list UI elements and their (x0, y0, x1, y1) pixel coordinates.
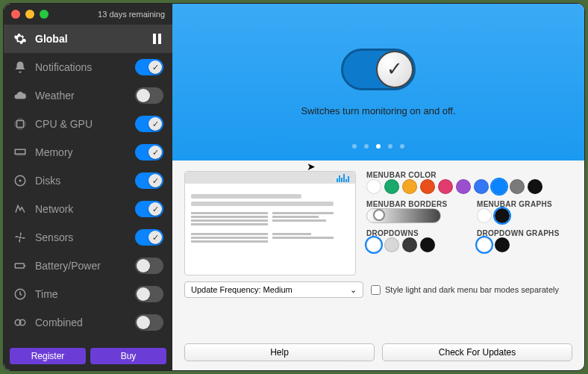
color-swatch[interactable] (477, 237, 492, 252)
svg-point-3 (19, 180, 22, 182)
cloud-icon (13, 88, 28, 103)
sidebar-item-label: Time (35, 288, 128, 300)
dropdowns-label: DROPDOWNS (366, 229, 462, 237)
sidebar-item-disks[interactable]: Disks ✓ (4, 166, 172, 195)
style-separately-checkbox[interactable]: Style light and dark menu bar modes sepa… (371, 285, 559, 295)
bell-icon (13, 60, 28, 75)
color-swatch[interactable] (402, 237, 417, 252)
menubar-preview (184, 171, 356, 275)
menubar-color-label: MENUBAR COLOR (366, 171, 572, 179)
clock-icon (13, 287, 28, 302)
hero-toggle-illustration: ✓ (341, 49, 416, 90)
color-swatch[interactable] (384, 179, 399, 194)
sidebar-item-combined[interactable]: Combined (4, 308, 172, 337)
network-icon (13, 202, 28, 216)
dropdown-graphs-label: DROPDOWN GRAPHS (477, 229, 572, 237)
toggle-sensors[interactable]: ✓ (135, 229, 163, 246)
color-swatch[interactable] (420, 237, 435, 252)
help-button[interactable]: Help (184, 343, 375, 361)
sidebar-item-memory[interactable]: Memory ✓ (4, 138, 172, 166)
menubar-borders-label: MENUBAR BORDERS (366, 200, 462, 208)
buy-button[interactable]: Buy (90, 348, 166, 364)
sidebar-item-label: Weather (35, 90, 128, 102)
toggle-disks[interactable]: ✓ (135, 172, 163, 189)
sidebar-item-global[interactable]: Global (4, 25, 172, 53)
dropdown-graph-swatches (477, 237, 572, 252)
color-swatch[interactable] (420, 179, 435, 194)
pause-icon[interactable] (153, 34, 163, 44)
bottom-buttons: Help Check For Updates (172, 343, 584, 370)
battery-icon (13, 258, 28, 273)
memory-icon (13, 145, 28, 160)
sidebar-item-label: Battery/Power (35, 260, 128, 272)
toggle-combined[interactable] (135, 314, 163, 331)
minimize-window-button[interactable] (25, 10, 34, 19)
sidebar-nav: Global Notifications ✓ Weather CPU & GPU… (4, 25, 172, 342)
chip-icon (13, 116, 28, 131)
select-chevron-icon: ⌄ (350, 285, 357, 295)
sidebar-item-label: Notifications (35, 61, 128, 73)
hero-toggle-knob-icon: ✓ (376, 51, 413, 88)
close-window-button[interactable] (11, 10, 20, 19)
color-swatch[interactable] (477, 208, 492, 223)
menubar-graphs-swatches (477, 208, 572, 223)
config-panel: ➤ (172, 160, 584, 343)
sidebar-item-battery[interactable]: Battery/Power (4, 252, 172, 280)
sidebar-item-cpu-gpu[interactable]: CPU & GPU ✓ (4, 110, 172, 138)
color-swatch[interactable] (492, 179, 507, 194)
menubar-color-swatches (366, 179, 572, 194)
sidebar-item-label: CPU & GPU (35, 118, 128, 130)
sidebar-item-label: Disks (35, 175, 128, 187)
main-content: ✓ Switches turn monitoring on and off. ➤ (172, 4, 584, 370)
style-separately-label: Style light and dark menu bar modes sepa… (385, 285, 559, 294)
link-icon (13, 315, 28, 330)
zoom-window-button[interactable] (40, 10, 49, 19)
hero-caption: Switches turn monitoring on and off. (301, 105, 455, 116)
sidebar-item-sensors[interactable]: Sensors ✓ (4, 223, 172, 252)
sidebar-item-notifications[interactable]: Notifications ✓ (4, 53, 172, 81)
sidebar-item-network[interactable]: Network ✓ (4, 195, 172, 223)
color-swatch[interactable] (495, 237, 510, 252)
svg-point-4 (19, 237, 22, 239)
hero-banner: ✓ Switches turn monitoring on and off. (172, 4, 584, 160)
gear-icon (13, 31, 28, 46)
equalizer-icon (337, 173, 349, 182)
sidebar-item-label: Global (35, 33, 146, 45)
color-swatch[interactable] (402, 179, 417, 194)
svg-rect-1 (15, 149, 25, 154)
register-button[interactable]: Register (10, 348, 86, 364)
menubar-graphs-label: MENUBAR GRAPHS (477, 200, 572, 208)
check-updates-button[interactable]: Check For Updates (382, 343, 572, 361)
color-swatch[interactable] (474, 179, 489, 194)
sidebar-item-label: Combined (35, 317, 128, 328)
toggle-cpu-gpu[interactable]: ✓ (135, 116, 163, 132)
color-swatch[interactable] (510, 179, 525, 194)
appearance-options: MENUBAR COLOR MENUBAR BORDERS MENUBAR GR… (366, 171, 572, 275)
toggle-memory[interactable]: ✓ (135, 144, 163, 160)
sidebar-footer: Register Buy (4, 342, 172, 370)
color-swatch[interactable] (456, 179, 471, 194)
color-swatch[interactable] (438, 179, 453, 194)
toggle-weather[interactable] (135, 87, 163, 104)
style-separately-input[interactable] (371, 285, 381, 295)
sidebar-item-time[interactable]: Time (4, 280, 172, 308)
update-frequency-value: Update Frequency: Medium (191, 285, 293, 294)
color-swatch[interactable] (495, 208, 510, 223)
sidebar-item-label: Network (35, 203, 128, 215)
color-swatch[interactable] (366, 179, 381, 194)
menubar-borders-slider[interactable] (366, 208, 441, 223)
color-swatch[interactable] (384, 237, 399, 252)
sidebar-item-weather[interactable]: Weather (4, 81, 172, 110)
window-controls (11, 10, 49, 19)
color-swatch[interactable] (366, 237, 381, 252)
page-indicator[interactable] (352, 144, 404, 149)
toggle-network[interactable]: ✓ (135, 201, 163, 217)
color-swatch[interactable] (528, 179, 542, 194)
toggle-battery[interactable] (135, 258, 163, 274)
toggle-notifications[interactable]: ✓ (135, 59, 163, 75)
trial-status-label: 13 days remaining (98, 10, 165, 19)
toggle-time[interactable] (135, 286, 163, 302)
svg-rect-5 (15, 264, 24, 268)
update-frequency-select[interactable]: Update Frequency: Medium ⌄ (184, 281, 363, 298)
svg-rect-0 (17, 121, 24, 128)
